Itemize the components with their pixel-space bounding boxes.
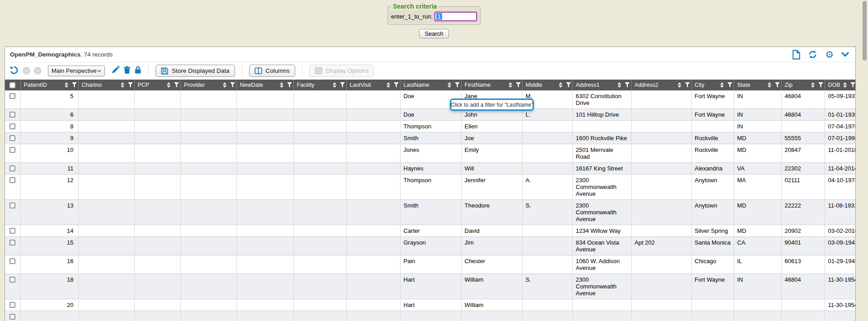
cell-chartno[interactable] [78,121,134,132]
cell-lastname[interactable]: Smith [400,200,461,225]
cell-address1[interactable]: 6302 Constitution Drive [572,90,631,109]
row-select-cell[interactable] [5,255,20,274]
cell-middle[interactable] [522,132,572,144]
cell-address1[interactable]: 1600 Rockville Pike [572,132,631,144]
row-checkbox[interactable] [9,165,15,171]
cell-city[interactable]: Fort Wayne [691,274,734,299]
cell-lastvisit[interactable] [346,255,400,274]
cell-provider[interactable] [180,237,236,255]
columns-button[interactable]: Columns [249,65,295,77]
cell-zip[interactable]: 20902 [781,225,825,237]
filter-funnel-icon[interactable] [775,82,780,88]
filter-funnel-icon[interactable] [727,82,732,88]
filter-funnel-icon[interactable] [72,82,77,88]
sort-arrows-icon[interactable] [615,82,621,88]
cell-dob[interactable]: 11-04-2014 [825,163,855,175]
cell-lastname[interactable]: Grayson [400,237,461,255]
cell-dob[interactable]: 11-30-1954 [825,299,855,311]
filter-funnel-icon[interactable] [818,82,823,88]
sort-arrows-icon[interactable] [384,82,390,88]
sort-arrows-icon[interactable] [765,82,771,88]
cell-provider[interactable] [180,274,236,299]
cell-patientid[interactable]: 9 [20,132,78,144]
cell-city[interactable] [691,121,734,132]
cell-patientid[interactable]: 18 [20,274,78,299]
cell-firstname[interactable]: Theodore [461,200,522,225]
cell-address2[interactable]: Apt 202 [631,237,691,255]
cell-facility[interactable] [293,200,346,225]
nav-forward-button[interactable]: › [34,67,42,75]
column-header-city[interactable]: City [691,80,734,90]
row-select-cell[interactable] [5,90,20,109]
cell-firstname[interactable]: Chester [461,255,522,274]
filter-funnel-icon[interactable] [455,82,460,88]
cell-newdate[interactable] [236,274,293,299]
cell-lastname[interactable]: Pain [400,255,461,274]
cell-state[interactable]: MD [734,132,781,144]
cell-chartno[interactable] [78,225,134,237]
cell-newdate[interactable] [236,225,293,237]
cell-facility[interactable] [293,132,346,144]
cell-address1[interactable]: 2501 Merrvale Road [572,144,631,163]
filter-funnel-icon[interactable] [394,82,399,88]
row-checkbox[interactable] [9,147,15,153]
filter-funnel-icon[interactable] [230,82,235,88]
cell-newdate[interactable] [236,255,293,274]
scrollbar-thumb[interactable] [863,1,867,61]
select-all-checkbox[interactable] [9,82,15,88]
cell-newdate[interactable] [236,144,293,163]
filter-funnel-icon[interactable] [566,82,571,88]
new-document-icon[interactable] [792,50,800,60]
cell-patientid[interactable]: 20 [20,299,78,311]
settings-gear-icon[interactable]: ⚙ [825,50,834,59]
cell-address2[interactable] [631,144,691,163]
cell-city[interactable]: Silver Spring [691,225,734,237]
cell-pcp[interactable] [134,237,180,255]
cell-address1[interactable] [572,299,631,311]
cell-zip[interactable] [781,121,825,132]
column-header-provider[interactable]: Provider [180,80,236,90]
cell-provider[interactable] [180,121,236,132]
cell-lastvisit[interactable] [346,109,400,121]
perspective-select[interactable]: Main Perspective [48,66,105,76]
cell-facility[interactable] [293,237,346,255]
cell-address1[interactable]: 2300 Commonwealth Avenue [572,200,631,225]
cell-facility[interactable] [293,274,346,299]
cell-provider[interactable] [180,132,236,144]
column-header-newdate[interactable]: NewDate [236,80,293,90]
column-header-address1[interactable]: Address1 [572,80,631,90]
cell-pcp[interactable] [134,109,180,121]
cell-middle[interactable] [522,255,572,274]
cell-city[interactable]: Rockville [691,132,734,144]
row-checkbox[interactable] [9,277,15,283]
cell-chartno[interactable] [78,255,134,274]
cell-facility[interactable] [293,121,346,132]
cell-newdate[interactable] [236,109,293,121]
cell-firstname[interactable]: Will [461,163,522,175]
sort-arrows-icon[interactable] [675,82,681,88]
cell-city[interactable]: Santa Monica [691,237,734,255]
cell-facility[interactable] [293,163,346,175]
cell-city[interactable]: Rockville [691,144,734,163]
nav-back-button[interactable]: ‹ [23,67,30,75]
cell-lastname[interactable]: Hart [400,274,461,299]
cell-zip[interactable]: 20847 [781,144,825,163]
cell-dob[interactable]: 11-30-1954 [825,274,855,299]
cell-zip[interactable]: 22302 [781,163,825,175]
cell-pcp[interactable] [134,144,180,163]
row-select-cell[interactable] [5,225,20,237]
cell-city[interactable]: Alexandria [691,163,734,175]
cell-firstname[interactable]: Ellen [461,121,522,132]
cell-state[interactable]: IL [734,255,781,274]
cell-provider[interactable] [180,255,236,274]
row-select-cell[interactable] [5,132,20,144]
cell-dob[interactable]: 01-01-1939 [825,109,855,121]
cell-patientid[interactable]: 11 [20,163,78,175]
cell-patientid[interactable]: 14 [20,225,78,237]
cell-patientid[interactable]: 5 [20,90,78,109]
cell-lastname[interactable]: Hart [400,299,461,311]
cell-facility[interactable] [293,255,346,274]
sort-arrows-icon[interactable] [445,82,451,88]
cell-address2[interactable] [631,132,691,144]
cell-pcp[interactable] [134,132,180,144]
